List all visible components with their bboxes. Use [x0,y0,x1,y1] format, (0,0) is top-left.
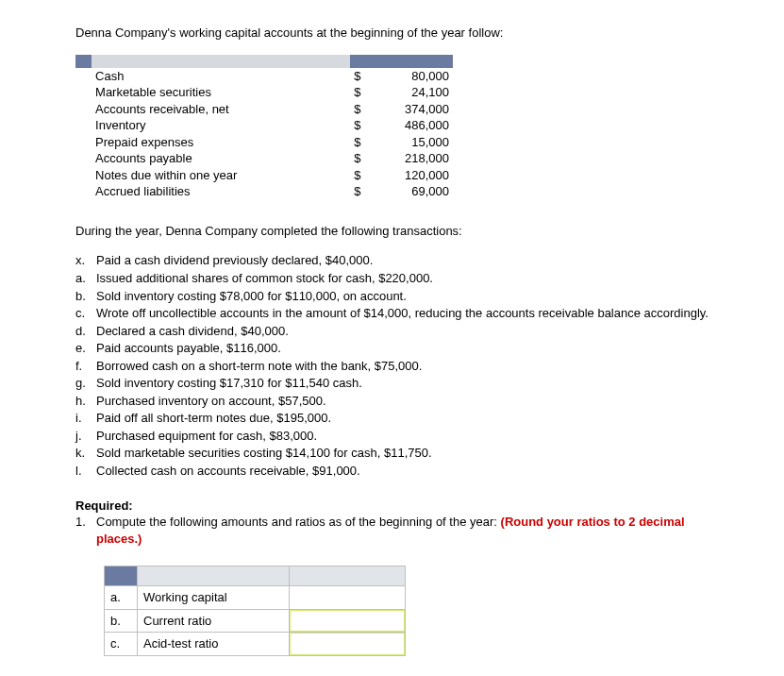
currency-sign: $ [350,101,363,118]
list-bullet: 1. [75,514,96,547]
currency-sign: $ [350,167,363,184]
transaction-item: h.Purchased inventory on account, $57,50… [75,393,709,411]
list-bullet: x. [75,252,96,269]
account-value: 69,000 [362,183,453,200]
accounts-table: Cash$80,000 Marketable securities$24,100… [75,55,453,200]
account-label: Marketable securities [92,84,350,101]
answer-label: Working capital [138,586,290,610]
account-value: 218,000 [362,150,453,167]
account-value: 374,000 [362,101,453,118]
required-heading: Required: [75,498,709,515]
transaction-text: Sold marketable securities costing $14,1… [96,445,709,462]
transaction-text: Paid accounts payable, $116,000. [96,340,709,357]
list-bullet: h. [75,393,96,410]
transaction-item: i.Paid off all short-term notes due, $19… [75,410,709,428]
transaction-text: Borrowed cash on a short-term note with … [96,358,709,375]
transaction-item: f.Borrowed cash on a short-term note wit… [75,358,709,376]
list-bullet: f. [75,358,96,375]
transaction-text: Issued additional shares of common stock… [96,270,709,287]
transaction-text: Sold inventory costing $78,000 for $110,… [96,288,709,305]
transaction-item: c.Wrote off uncollectible accounts in th… [75,305,709,323]
accounts-row: Marketable securities$24,100 [75,84,453,101]
currency-sign: $ [350,68,363,85]
transaction-item: b.Sold inventory costing $78,000 for $11… [75,288,709,306]
account-label: Notes due within one year [92,167,350,184]
transaction-item: d.Declared a cash dividend, $40,000. [75,323,709,341]
list-bullet: k. [75,445,96,462]
list-bullet: g. [75,375,96,392]
answer-letter: b. [105,609,138,633]
required-item: 1. Compute the following amounts and rat… [75,514,709,547]
account-label: Prepaid expenses [92,134,350,151]
transaction-item: k.Sold marketable securities costing $14… [75,445,709,463]
list-bullet: a. [75,270,96,287]
answer-header-bar [105,566,406,586]
acid-test-ratio-input[interactable] [290,633,406,656]
currency-sign: $ [350,134,363,151]
transaction-text: Purchased equipment for cash, $83,000. [96,428,709,445]
account-value: 15,000 [362,134,453,151]
currency-sign: $ [350,150,363,167]
account-value: 486,000 [362,117,453,134]
transaction-item: g.Sold inventory costing $17,310 for $11… [75,375,709,393]
transaction-text: Paid off all short-term notes due, $195,… [96,410,709,427]
required-text-plain: Compute the following amounts and ratios… [96,515,501,529]
list-bullet: e. [75,340,96,357]
accounts-row: Accrued liabilities$69,000 [75,183,453,200]
account-value: 24,100 [362,84,453,101]
list-bullet: b. [75,288,96,305]
answer-row: a. Working capital [105,586,406,610]
intro-text: Denna Company's working capital accounts… [75,25,709,42]
current-ratio-input[interactable] [290,609,406,633]
transaction-item: x.Paid a cash dividend previously declar… [75,252,709,270]
list-bullet: d. [75,323,96,340]
list-bullet: l. [75,463,96,480]
transactions-list: x.Paid a cash dividend previously declar… [75,252,709,480]
working-capital-input[interactable] [290,586,406,610]
accounts-header-bar [75,55,453,68]
answer-table: a. Working capital b. Current ratio c. A… [104,566,406,656]
answer-row: b. Current ratio [105,609,406,633]
transaction-text: Collected cash on accounts receivable, $… [96,463,709,480]
currency-sign: $ [350,183,363,200]
accounts-row: Accounts payable$218,000 [75,150,453,167]
currency-sign: $ [350,117,363,134]
transaction-text: Paid a cash dividend previously declared… [96,252,709,269]
required-list: 1. Compute the following amounts and rat… [75,514,709,547]
accounts-row: Inventory$486,000 [75,117,453,134]
answer-row: c. Acid-test ratio [105,633,406,656]
account-label: Inventory [92,117,350,134]
account-label: Cash [92,68,350,85]
account-label: Accounts payable [92,150,350,167]
list-bullet: c. [75,305,96,322]
account-value: 80,000 [362,68,453,85]
transaction-text: Purchased inventory on account, $57,500. [96,393,709,410]
account-label: Accrued liabilities [92,183,350,200]
accounts-row: Prepaid expenses$15,000 [75,134,453,151]
transactions-intro: During the year, Denna Company completed… [75,223,709,240]
transaction-text: Declared a cash dividend, $40,000. [96,323,709,340]
answer-letter: a. [105,586,138,610]
list-bullet: i. [75,410,96,427]
transaction-item: e.Paid accounts payable, $116,000. [75,340,709,358]
accounts-row: Accounts receivable, net$374,000 [75,101,453,118]
transaction-item: l.Collected cash on accounts receivable,… [75,463,709,481]
accounts-row: Cash$80,000 [75,68,453,85]
currency-sign: $ [350,84,363,101]
accounts-row: Notes due within one year$120,000 [75,167,453,184]
answer-label: Current ratio [138,609,290,633]
transaction-text: Sold inventory costing $17,310 for $11,5… [96,375,709,392]
answer-label: Acid-test ratio [138,633,290,656]
required-text: Compute the following amounts and ratios… [96,514,709,547]
account-value: 120,000 [362,167,453,184]
transaction-item: j.Purchased equipment for cash, $83,000. [75,428,709,446]
account-label: Accounts receivable, net [92,101,350,118]
answer-letter: c. [105,633,138,656]
transaction-item: a.Issued additional shares of common sto… [75,270,709,288]
list-bullet: j. [75,428,96,445]
transaction-text: Wrote off uncollectible accounts in the … [96,305,709,322]
